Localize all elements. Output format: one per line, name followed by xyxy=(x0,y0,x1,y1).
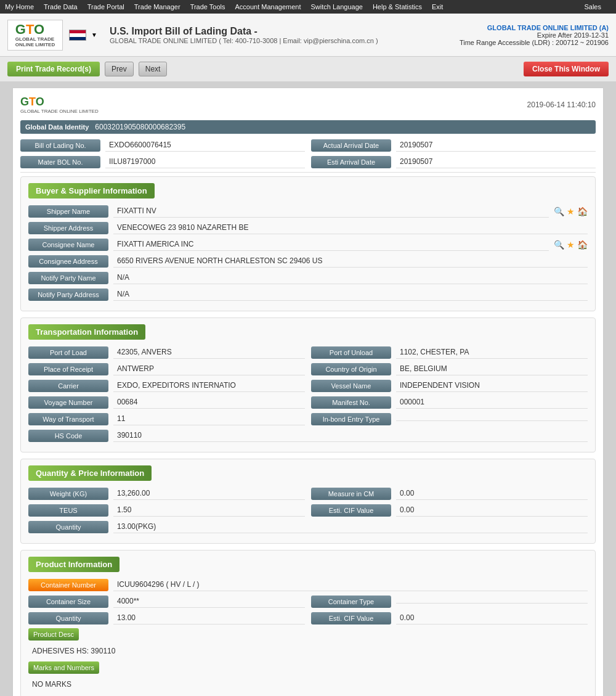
consignee-search-icon[interactable]: 🔍 xyxy=(554,240,564,250)
measure-cm-group: Measure in CM 0.00 xyxy=(311,487,588,500)
nav-trade-tools[interactable]: Trade Tools xyxy=(190,3,225,10)
notify-party-name-row: Notify Party Name N/A xyxy=(28,271,588,284)
nav-switch-language[interactable]: Switch Language xyxy=(311,3,363,10)
company-name: GLOBAL TRADE ONLINE LIMITED (A) xyxy=(460,24,609,31)
flag-icon xyxy=(69,30,86,41)
container-number-value: ICUU9604296 ( HV / L / ) xyxy=(113,578,588,591)
teus-group: TEUS 1.50 xyxy=(28,504,305,517)
search-icon[interactable]: 🔍 xyxy=(554,207,564,216)
star-icon[interactable]: ★ xyxy=(567,207,575,216)
action-bar-top: Print Trade Record(s) Prev Next Close Th… xyxy=(0,57,616,81)
product-qty-value: 13.00 xyxy=(113,612,305,624)
nav-trade-portal[interactable]: Trade Portal xyxy=(87,3,124,10)
consignee-address-label: Consignee Address xyxy=(28,255,108,268)
voyage-manifest-row: Voyage Number 00684 Manifest No. 000001 xyxy=(28,396,588,409)
quantity-price-header: Quantity & Price Information xyxy=(28,465,152,481)
weight-measure-row: Weight (KG) 13,260.00 Measure in CM 0.00 xyxy=(28,487,588,500)
voyage-value: 00684 xyxy=(113,396,305,409)
manifest-group: Manifest No. 000001 xyxy=(311,396,588,409)
nav-account-management[interactable]: Account Management xyxy=(235,3,301,10)
esti-cif-label: Esti. CIF Value xyxy=(311,504,391,517)
inbond-value xyxy=(396,417,588,421)
title-text: U.S. Import Bill of Lading Data xyxy=(110,26,251,36)
nav-help-statistics[interactable]: Help & Statistics xyxy=(373,3,422,10)
header-bar: GTO GLOBAL TRADEONLINE LIMITED ▼ U.S. Im… xyxy=(0,14,616,57)
voyage-label: Voyage Number xyxy=(28,396,108,409)
nav-exit[interactable]: Exit xyxy=(432,3,443,10)
way-transport-value: 11 xyxy=(113,412,305,425)
marks-text: NO MARKS xyxy=(28,678,588,691)
consignee-name-icons: 🔍 ★ 🏠 xyxy=(554,240,588,250)
print-button-top[interactable]: Print Trade Record(s) xyxy=(7,62,100,76)
vessel-name-group: Vessel Name INDEPENDENT VISION xyxy=(311,379,588,392)
product-cif-label: Esti. CIF Value xyxy=(311,612,391,624)
card-logo-area: GTO GLOBAL TRADE ONLINE LIMITED xyxy=(20,96,99,114)
container-type-value xyxy=(396,599,588,604)
port-unload-label: Port of Unload xyxy=(311,346,391,359)
ldr-info: Time Range Accessible (LDR) : 200712 ~ 2… xyxy=(460,39,609,46)
nav-sales[interactable]: Sales xyxy=(584,3,601,10)
expire-info: Expire After 2019-12-31 xyxy=(460,31,609,39)
home-icon[interactable]: 🏠 xyxy=(577,207,588,216)
product-desc-row: Product Desc xyxy=(28,628,588,641)
nav-my-home[interactable]: My Home xyxy=(5,3,34,10)
port-load-label: Port of Load xyxy=(28,346,108,359)
transportation-section: Transportation Information Port of Load … xyxy=(20,317,596,452)
container-type-label: Container Type xyxy=(311,596,391,608)
teus-value: 1.50 xyxy=(113,504,305,517)
flag-dropdown-icon[interactable]: ▼ xyxy=(91,31,97,38)
country-origin-value: BE, BELGIUM xyxy=(396,362,588,375)
mater-bol-value: IILU87197000 xyxy=(105,155,305,168)
close-button-top[interactable]: Close This Window xyxy=(524,62,609,76)
esti-cif-group: Esti. CIF Value 0.00 xyxy=(311,504,588,517)
consignee-home-icon[interactable]: 🏠 xyxy=(577,240,588,250)
way-inbond-row: Way of Transport 11 In-bond Entry Type xyxy=(28,412,588,425)
main-content: GTO GLOBAL TRADE ONLINE LIMITED 2019-06-… xyxy=(0,81,616,696)
teus-cif-row: TEUS 1.50 Esti. CIF Value 0.00 xyxy=(28,504,588,517)
logo-subtext: GLOBAL TRADEONLINE LIMITED xyxy=(15,36,55,47)
container-size-type-row: Container Size 4000** Container Type xyxy=(28,595,588,608)
global-identity-label: Global Data Identity xyxy=(25,123,89,131)
weight-label: Weight (KG) xyxy=(28,488,108,500)
marks-row: Marks and Numbers xyxy=(28,661,588,674)
carrier-group: Carrier EXDO, EXPEDITORS INTERNATIO xyxy=(28,379,305,392)
nav-trade-data[interactable]: Trade Data xyxy=(44,3,78,10)
bol-label: Bill of Lading No. xyxy=(20,139,100,152)
consignee-name-value: FIXATTI AMERICA INC xyxy=(113,238,549,251)
container-size-group: Container Size 4000** xyxy=(28,595,305,608)
product-header: Product Information xyxy=(28,557,120,572)
esti-arrival-group: Esti Arrival Date 20190507 xyxy=(311,155,596,168)
prev-button-top[interactable]: Prev xyxy=(105,62,134,76)
consignee-address-row: Consignee Address 6650 RIVERS AVENUE NOR… xyxy=(28,255,588,268)
consignee-star-icon[interactable]: ★ xyxy=(567,240,575,250)
shipper-address-label: Shipper Address xyxy=(28,222,108,234)
hs-code-value: 390110 xyxy=(113,429,588,442)
container-type-group: Container Type xyxy=(311,595,588,608)
weight-group: Weight (KG) 13,260.00 xyxy=(28,487,305,500)
container-number-label: Container Number xyxy=(28,579,108,591)
card-date: 2019-06-14 11:40:10 xyxy=(527,100,596,109)
quantity-price-section: Quantity & Price Information Weight (KG)… xyxy=(20,459,596,544)
vessel-name-value: INDEPENDENT VISION xyxy=(396,379,588,392)
consignee-address-value: 6650 RIVERS AVENUE NORTH CHARLESTON SC 2… xyxy=(113,255,588,268)
country-origin-group: Country of Origin BE, BELGIUM xyxy=(311,362,588,375)
port-unload-group: Port of Unload 1102, CHESTER, PA xyxy=(311,346,588,359)
esti-cif-value: 0.00 xyxy=(396,504,588,517)
place-receipt-value: ANTWERP xyxy=(113,362,305,375)
buyer-supplier-section: Buyer & Supplier Information Shipper Nam… xyxy=(20,176,596,311)
way-transport-group: Way of Transport 11 xyxy=(28,412,305,425)
measure-cm-label: Measure in CM xyxy=(311,488,391,500)
actual-arrival-group: Actual Arrival Date 20190507 xyxy=(311,139,596,152)
notify-party-address-value: N/A xyxy=(113,288,588,301)
next-button-top[interactable]: Next xyxy=(139,62,168,76)
mater-bol-label: Mater BOL No. xyxy=(20,156,100,168)
shipper-address-row: Shipper Address VENECOWEG 23 9810 NAZARE… xyxy=(28,221,588,234)
way-transport-label: Way of Transport xyxy=(28,413,108,425)
notify-party-name-label: Notify Party Name xyxy=(28,272,108,284)
nav-trade-manager[interactable]: Trade Manager xyxy=(134,3,180,10)
product-qty-cif-row: Quantity 13.00 Esti. CIF Value 0.00 xyxy=(28,612,588,624)
inbond-group: In-bond Entry Type xyxy=(311,412,588,425)
shipper-name-label: Shipper Name xyxy=(28,205,108,218)
company-logo: GTO GLOBAL TRADEONLINE LIMITED xyxy=(7,20,63,51)
actual-arrival-label: Actual Arrival Date xyxy=(311,139,391,152)
